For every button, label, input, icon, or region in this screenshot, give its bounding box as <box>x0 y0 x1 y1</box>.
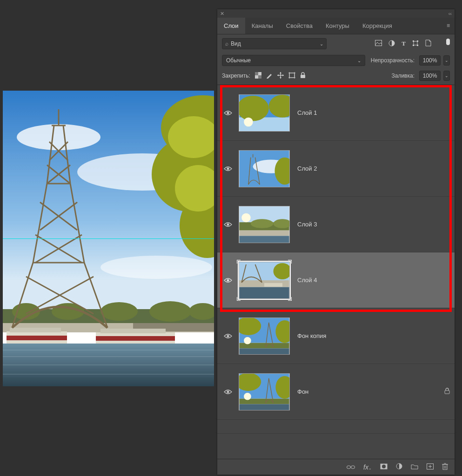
tab-paths[interactable]: Контуры <box>319 18 356 34</box>
visibility-toggle[interactable] <box>222 163 234 175</box>
new-layer-icon[interactable] <box>427 463 434 471</box>
layer-row[interactable]: Слой 2 <box>217 141 455 197</box>
layer-thumbnail[interactable] <box>239 317 290 355</box>
text-filter-icon[interactable]: T <box>402 40 406 47</box>
layer-name: Слой 2 <box>297 165 317 172</box>
tab-adjustments[interactable]: Коррекция <box>356 18 399 34</box>
canvas-image[interactable] <box>3 91 214 386</box>
adjust-filter-icon[interactable] <box>388 40 395 48</box>
blend-row: Обычные ⌄ Непрозрачность: 100% ⌄ <box>217 53 455 69</box>
smart-filter-icon[interactable] <box>425 40 431 48</box>
link-layers-icon[interactable] <box>347 463 355 471</box>
layer-row[interactable]: Фон копия <box>217 308 455 364</box>
search-icon: ⌕ <box>225 40 228 47</box>
svg-rect-98 <box>445 390 449 394</box>
opacity-label: Непрозрачность: <box>368 57 416 64</box>
lock-icon <box>444 388 450 396</box>
svg-point-90 <box>244 337 251 344</box>
image-filter-icon[interactable] <box>375 40 382 47</box>
layer-row[interactable]: Слой 1 <box>217 85 455 141</box>
lock-transparency-icon[interactable] <box>255 72 261 80</box>
add-mask-icon[interactable] <box>380 463 388 471</box>
visibility-toggle[interactable] <box>222 386 234 398</box>
layer-row[interactable]: Фон <box>217 364 455 420</box>
layers-panel: ✕ ‹‹ Слои Каналы Свойства Контуры Коррек… <box>217 9 455 475</box>
blend-mode-value: Обычные <box>226 57 251 64</box>
opacity-dropdown[interactable]: ⌄ <box>443 55 450 66</box>
layer-name: Слой 3 <box>297 221 317 228</box>
svg-rect-21 <box>96 336 175 341</box>
svg-rect-44 <box>417 45 418 46</box>
fill-dropdown[interactable]: ⌄ <box>443 71 450 81</box>
visibility-toggle[interactable] <box>222 274 234 286</box>
layer-list: Слой 1 Слой 2 Слой 3 <box>217 85 455 459</box>
svg-point-78 <box>227 279 229 281</box>
svg-rect-100 <box>351 466 355 469</box>
filter-row: ⌕ Вид ⌄ T <box>217 34 455 53</box>
layer-row[interactable]: Слой 3 <box>217 197 455 252</box>
svg-point-75 <box>241 213 251 222</box>
new-group-icon[interactable] <box>411 463 418 471</box>
collapse-icon[interactable]: ‹‹ <box>449 11 452 16</box>
svg-marker-52 <box>277 74 279 76</box>
empty-row <box>217 420 455 434</box>
filter-type-select[interactable]: ⌕ Вид ⌄ <box>222 38 327 49</box>
svg-rect-94 <box>239 404 289 410</box>
svg-rect-22 <box>100 329 166 333</box>
svg-point-66 <box>227 167 229 170</box>
opacity-value[interactable]: 100% <box>419 55 441 66</box>
layer-name: Слой 4 <box>297 277 317 284</box>
panel-tabs: Слои Каналы Свойства Контуры Коррекция ≡ <box>217 18 455 34</box>
close-icon[interactable]: ✕ <box>220 11 224 17</box>
shape-filter-icon[interactable] <box>412 40 419 48</box>
svg-point-65 <box>244 117 253 126</box>
visibility-toggle[interactable] <box>222 330 234 342</box>
lock-position-icon[interactable] <box>277 72 284 80</box>
svg-rect-87 <box>239 348 289 354</box>
svg-rect-54 <box>289 73 295 78</box>
layer-effects-icon[interactable]: fx⌄ <box>363 463 372 471</box>
svg-point-76 <box>251 219 274 228</box>
svg-rect-81 <box>239 287 289 298</box>
lock-pixels-icon[interactable] <box>266 72 273 80</box>
svg-point-1 <box>17 124 100 150</box>
svg-rect-73 <box>239 230 289 236</box>
layer-thumbnail[interactable] <box>239 262 290 299</box>
visibility-toggle[interactable] <box>222 107 234 119</box>
svg-point-60 <box>227 112 229 114</box>
lock-artboard-icon[interactable] <box>288 72 295 80</box>
fill-value[interactable]: 100% <box>419 71 441 81</box>
filter-toggle[interactable] <box>446 39 450 45</box>
tab-layers[interactable]: Слои <box>217 18 245 34</box>
visibility-toggle[interactable] <box>222 218 234 231</box>
svg-point-102 <box>382 464 386 468</box>
layer-name: Слой 1 <box>297 109 317 116</box>
layer-thumbnail[interactable] <box>239 206 290 243</box>
adjustment-layer-icon[interactable] <box>396 463 402 471</box>
tab-channels[interactable]: Каналы <box>245 18 280 34</box>
svg-point-13 <box>149 301 191 322</box>
svg-marker-53 <box>282 74 284 76</box>
layer-thumbnail[interactable] <box>239 373 290 410</box>
svg-point-12 <box>100 302 138 321</box>
lock-all-icon[interactable] <box>300 72 306 80</box>
svg-rect-47 <box>258 75 261 79</box>
svg-point-97 <box>244 392 251 400</box>
panel-topbar: ✕ ‹‹ <box>217 9 455 18</box>
tab-properties[interactable]: Свойства <box>280 18 319 34</box>
filter-type-value: Вид <box>231 40 241 47</box>
panel-menu-icon[interactable]: ≡ <box>442 18 455 34</box>
svg-point-70 <box>227 223 229 225</box>
svg-point-3 <box>100 256 212 279</box>
lock-label: Закрепить: <box>222 73 250 79</box>
svg-rect-41 <box>413 40 414 42</box>
layer-row-selected[interactable]: Слой 4 <box>217 252 455 308</box>
layer-thumbnail[interactable] <box>239 150 290 187</box>
guide-line <box>3 238 214 239</box>
layer-name: Фон копия <box>297 332 326 339</box>
layer-thumbnail[interactable] <box>239 94 290 132</box>
blend-mode-select[interactable]: Обычные ⌄ <box>222 55 365 66</box>
delete-layer-icon[interactable] <box>442 463 448 471</box>
panel-bottom-bar: fx⌄ <box>217 459 455 475</box>
svg-rect-43 <box>413 45 414 46</box>
